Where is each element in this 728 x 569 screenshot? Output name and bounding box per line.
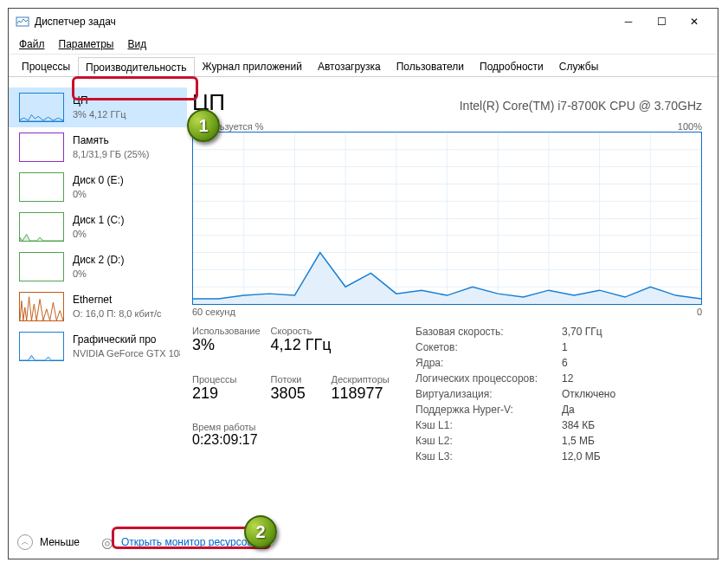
gpu-thumb bbox=[19, 332, 64, 361]
label-threads: Потоки bbox=[271, 374, 321, 385]
cpu-model: Intel(R) Core(TM) i7-8700K CPU @ 3.70GHz bbox=[460, 99, 702, 113]
annotation-badge-1: 1 bbox=[187, 109, 220, 142]
k-l3: Кэш L3: bbox=[416, 450, 538, 462]
k-virt: Виртуализация: bbox=[416, 388, 538, 400]
sidebar-item-gpu[interactable]: Графический про NVIDIA GeForce GTX 108 bbox=[9, 327, 187, 366]
disk0-sub: 0% bbox=[73, 188, 124, 200]
value-processes: 219 bbox=[192, 385, 261, 403]
chart-label-100: 100% bbox=[678, 121, 702, 132]
disk0-name: Диск 0 (E:) bbox=[73, 174, 124, 188]
sidebar-item-cpu[interactable]: ЦП 3% 4,12 ГГц bbox=[9, 87, 187, 127]
value-speed: 4,12 ГГц bbox=[271, 336, 391, 354]
close-button[interactable]: ✕ bbox=[678, 10, 711, 34]
chevron-up-icon: ︿ bbox=[21, 536, 29, 548]
titlebar: Диспетчер задач ─ ☐ ✕ bbox=[9, 9, 718, 35]
menu-options[interactable]: Параметры bbox=[54, 36, 119, 52]
performance-sidebar: ЦП 3% 4,12 ГГц Память 8,1/31,9 ГБ (25%) … bbox=[9, 77, 187, 529]
memory-name: Память bbox=[73, 134, 149, 148]
value-uptime: 0:23:09:17 bbox=[192, 432, 391, 448]
footer: ︿ Меньше ◎ Открыть монитор ресурсов bbox=[9, 529, 718, 559]
resmon-icon: ◎ bbox=[100, 535, 114, 549]
main-panel: ЦП Intel(R) Core(TM) i7-8700K CPU @ 3.70… bbox=[187, 77, 718, 529]
disk1-name: Диск 1 (C:) bbox=[73, 214, 124, 228]
disk1-thumb bbox=[19, 212, 64, 242]
tab-app-history[interactable]: Журнал приложений bbox=[195, 56, 310, 76]
sidebar-item-memory[interactable]: Память 8,1/31,9 ГБ (25%) bbox=[9, 127, 187, 167]
label-usage: Использование bbox=[192, 326, 261, 336]
memory-thumb bbox=[19, 133, 64, 162]
v-base-speed: 3,70 ГГц bbox=[562, 326, 702, 338]
gpu-sub: NVIDIA GeForce GTX 108 bbox=[73, 347, 180, 359]
label-handles: Дескрипторы bbox=[332, 374, 392, 385]
value-threads: 3805 bbox=[271, 385, 321, 403]
v-l2: 1,5 МБ bbox=[562, 435, 702, 447]
task-manager-window: Диспетчер задач ─ ☐ ✕ Файл Параметры Вид… bbox=[8, 8, 718, 559]
menu-view[interactable]: Вид bbox=[122, 36, 151, 52]
k-l1: Кэш L1: bbox=[416, 419, 538, 431]
secondary-stats: Базовая скорость:3,70 ГГц Сокетов:1 Ядра… bbox=[416, 326, 702, 462]
primary-stats: Использование 3% Скорость 4,12 ГГц Проце… bbox=[192, 326, 391, 462]
cpu-usage-chart[interactable] bbox=[192, 132, 702, 305]
tab-startup[interactable]: Автозагрузка bbox=[310, 56, 389, 76]
label-processes: Процессы bbox=[192, 374, 261, 385]
annotation-badge-2: 2 bbox=[244, 515, 277, 548]
tab-details[interactable]: Подробности bbox=[472, 56, 551, 76]
k-sockets: Сокетов: bbox=[416, 341, 538, 353]
label-uptime: Время работы bbox=[192, 422, 391, 432]
k-l2: Кэш L2: bbox=[416, 435, 538, 447]
tab-processes[interactable]: Процессы bbox=[14, 56, 78, 76]
cpu-name: ЦП bbox=[73, 94, 126, 108]
disk1-sub: 0% bbox=[73, 228, 124, 240]
disk0-thumb bbox=[19, 172, 64, 202]
value-usage: 3% bbox=[192, 336, 261, 354]
k-base-speed: Базовая скорость: bbox=[416, 326, 538, 338]
collapse-button[interactable]: ︿ bbox=[17, 534, 33, 550]
k-hyperv: Поддержка Hyper-V: bbox=[416, 404, 538, 416]
sidebar-item-disk0[interactable]: Диск 0 (E:) 0% bbox=[9, 167, 187, 207]
v-logical: 12 bbox=[562, 372, 702, 385]
v-cores: 6 bbox=[562, 357, 702, 369]
sidebar-item-disk2[interactable]: Диск 2 (D:) 0% bbox=[9, 247, 187, 287]
tab-strip: Процессы Производительность Журнал прило… bbox=[9, 55, 718, 77]
v-l3: 12,0 МБ bbox=[562, 450, 702, 462]
cpu-sub: 3% 4,12 ГГц bbox=[73, 108, 126, 120]
sidebar-item-ethernet[interactable]: Ethernet О: 16,0 П: 8,0 кбит/с bbox=[9, 287, 187, 327]
v-sockets: 1 bbox=[562, 341, 702, 353]
minimize-button[interactable]: ─ bbox=[612, 10, 645, 34]
label-speed: Скорость bbox=[271, 326, 391, 336]
menu-bar: Файл Параметры Вид bbox=[9, 35, 718, 55]
maximize-button[interactable]: ☐ bbox=[645, 10, 678, 34]
chart-label-0: 0 bbox=[697, 307, 702, 317]
v-hyperv: Да bbox=[562, 404, 702, 416]
disk2-name: Диск 2 (D:) bbox=[73, 254, 124, 268]
disk2-sub: 0% bbox=[73, 268, 124, 280]
cpu-thumb bbox=[19, 93, 64, 122]
memory-sub: 8,1/31,9 ГБ (25%) bbox=[73, 148, 149, 160]
window-title: Диспетчер задач bbox=[35, 16, 612, 28]
app-icon bbox=[16, 15, 29, 29]
ethernet-name: Ethernet bbox=[73, 294, 162, 307]
chart-label-60s: 60 секунд bbox=[192, 307, 235, 317]
k-logical: Логических процессоров: bbox=[416, 372, 538, 385]
menu-file[interactable]: Файл bbox=[14, 36, 50, 52]
sidebar-item-disk1[interactable]: Диск 1 (C:) 0% bbox=[9, 207, 187, 247]
ethernet-thumb bbox=[19, 292, 64, 321]
tab-performance[interactable]: Производительность bbox=[78, 57, 194, 77]
v-virt: Отключено bbox=[562, 388, 702, 400]
disk2-thumb bbox=[19, 252, 64, 281]
gpu-name: Графический про bbox=[73, 333, 180, 347]
tab-services[interactable]: Службы bbox=[551, 56, 606, 76]
value-handles: 118977 bbox=[332, 385, 392, 403]
k-cores: Ядра: bbox=[416, 357, 538, 369]
ethernet-sub: О: 16,0 П: 8,0 кбит/с bbox=[73, 307, 162, 320]
fewer-details-button[interactable]: Меньше bbox=[40, 536, 80, 548]
tab-users[interactable]: Пользователи bbox=[389, 56, 472, 76]
open-resource-monitor-link[interactable]: Открыть монитор ресурсов bbox=[121, 536, 253, 548]
v-l1: 384 КБ bbox=[562, 419, 702, 431]
